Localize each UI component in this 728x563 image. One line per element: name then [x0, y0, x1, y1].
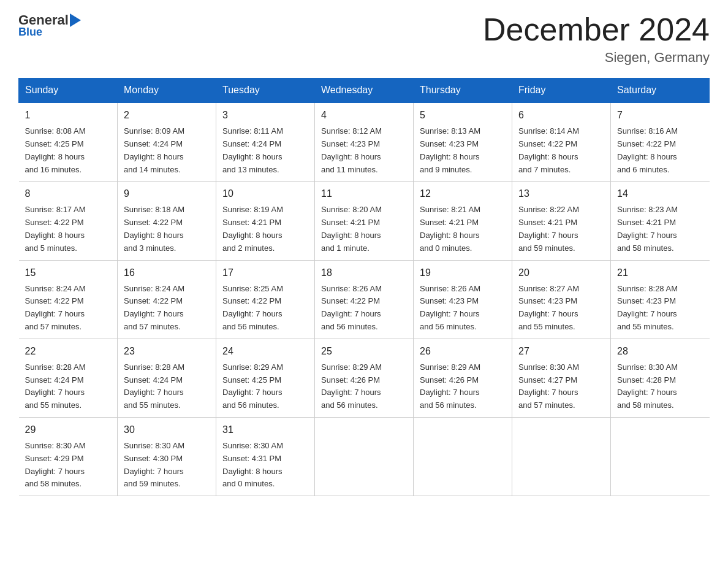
day-number: 3 [222, 108, 308, 123]
calendar-table: SundayMondayTuesdayWednesdayThursdayFrid… [18, 78, 710, 496]
day-number: 27 [518, 344, 604, 359]
day-info: Sunrise: 8:26 AM Sunset: 4:22 PM Dayligh… [321, 283, 407, 334]
day-number: 30 [124, 423, 210, 437]
page-header: General Blue December 2024 Siegen, Germa… [18, 12, 710, 66]
day-cell: 25Sunrise: 8:29 AM Sunset: 4:26 PM Dayli… [315, 339, 414, 417]
week-row-1: 1Sunrise: 8:08 AM Sunset: 4:25 PM Daylig… [19, 102, 710, 182]
day-number: 12 [420, 186, 506, 201]
day-info: Sunrise: 8:18 AM Sunset: 4:22 PM Dayligh… [124, 204, 210, 255]
day-info: Sunrise: 8:11 AM Sunset: 4:24 PM Dayligh… [222, 125, 308, 176]
day-number: 6 [518, 108, 604, 123]
header-cell-saturday: Saturday [611, 79, 710, 103]
day-number: 7 [617, 108, 703, 123]
day-cell: 10Sunrise: 8:19 AM Sunset: 4:21 PM Dayli… [216, 182, 315, 260]
day-number: 1 [25, 108, 112, 123]
day-number: 21 [617, 266, 703, 280]
day-number: 17 [222, 266, 308, 280]
week-row-5: 29Sunrise: 8:30 AM Sunset: 4:29 PM Dayli… [19, 417, 710, 496]
calendar-body: 1Sunrise: 8:08 AM Sunset: 4:25 PM Daylig… [19, 102, 710, 496]
day-cell: 16Sunrise: 8:24 AM Sunset: 4:22 PM Dayli… [118, 260, 216, 339]
day-cell: 12Sunrise: 8:21 AM Sunset: 4:21 PM Dayli… [414, 182, 512, 260]
day-info: Sunrise: 8:24 AM Sunset: 4:22 PM Dayligh… [25, 283, 112, 334]
day-number: 23 [124, 344, 210, 359]
day-number: 18 [321, 266, 407, 280]
day-info: Sunrise: 8:30 AM Sunset: 4:30 PM Dayligh… [124, 440, 210, 491]
day-cell [414, 417, 512, 496]
day-cell: 14Sunrise: 8:23 AM Sunset: 4:21 PM Dayli… [611, 182, 710, 260]
day-number: 2 [124, 108, 210, 123]
day-cell: 6Sunrise: 8:14 AM Sunset: 4:22 PM Daylig… [512, 102, 611, 182]
day-info: Sunrise: 8:20 AM Sunset: 4:21 PM Dayligh… [321, 204, 407, 255]
calendar-header: SundayMondayTuesdayWednesdayThursdayFrid… [19, 79, 710, 103]
day-number: 19 [420, 266, 506, 280]
day-number: 28 [617, 344, 703, 359]
day-info: Sunrise: 8:30 AM Sunset: 4:29 PM Dayligh… [25, 440, 112, 491]
day-info: Sunrise: 8:30 AM Sunset: 4:27 PM Dayligh… [518, 361, 604, 412]
header-cell-thursday: Thursday [414, 79, 512, 103]
day-cell: 22Sunrise: 8:28 AM Sunset: 4:24 PM Dayli… [19, 339, 118, 417]
day-info: Sunrise: 8:13 AM Sunset: 4:23 PM Dayligh… [420, 125, 506, 176]
header-cell-wednesday: Wednesday [315, 79, 414, 103]
day-cell: 4Sunrise: 8:12 AM Sunset: 4:23 PM Daylig… [315, 102, 414, 182]
day-cell [512, 417, 611, 496]
day-info: Sunrise: 8:08 AM Sunset: 4:25 PM Dayligh… [25, 125, 112, 176]
day-cell: 11Sunrise: 8:20 AM Sunset: 4:21 PM Dayli… [315, 182, 414, 260]
logo-blue-text: Blue [18, 26, 81, 39]
day-cell [315, 417, 414, 496]
title-area: December 2024 Siegen, Germany [483, 12, 710, 66]
day-number: 8 [25, 186, 112, 201]
day-number: 16 [124, 266, 210, 280]
day-number: 13 [518, 186, 604, 201]
day-number: 4 [321, 108, 407, 123]
day-info: Sunrise: 8:12 AM Sunset: 4:23 PM Dayligh… [321, 125, 407, 176]
day-number: 25 [321, 344, 407, 359]
day-cell: 13Sunrise: 8:22 AM Sunset: 4:21 PM Dayli… [512, 182, 611, 260]
day-cell: 28Sunrise: 8:30 AM Sunset: 4:28 PM Dayli… [611, 339, 710, 417]
week-row-3: 15Sunrise: 8:24 AM Sunset: 4:22 PM Dayli… [19, 260, 710, 339]
day-info: Sunrise: 8:30 AM Sunset: 4:28 PM Dayligh… [617, 361, 703, 412]
day-info: Sunrise: 8:29 AM Sunset: 4:26 PM Dayligh… [420, 361, 506, 412]
logo-arrow-icon [70, 13, 81, 27]
day-number: 31 [222, 423, 308, 437]
day-cell: 7Sunrise: 8:16 AM Sunset: 4:22 PM Daylig… [611, 102, 710, 182]
day-info: Sunrise: 8:25 AM Sunset: 4:22 PM Dayligh… [222, 283, 308, 334]
day-info: Sunrise: 8:28 AM Sunset: 4:23 PM Dayligh… [617, 283, 703, 334]
day-cell: 21Sunrise: 8:28 AM Sunset: 4:23 PM Dayli… [611, 260, 710, 339]
header-cell-sunday: Sunday [19, 79, 118, 103]
day-number: 15 [25, 266, 112, 280]
day-cell: 15Sunrise: 8:24 AM Sunset: 4:22 PM Dayli… [19, 260, 118, 339]
day-cell: 1Sunrise: 8:08 AM Sunset: 4:25 PM Daylig… [19, 102, 118, 182]
day-number: 20 [518, 266, 604, 280]
day-cell: 24Sunrise: 8:29 AM Sunset: 4:25 PM Dayli… [216, 339, 315, 417]
day-cell: 19Sunrise: 8:26 AM Sunset: 4:23 PM Dayli… [414, 260, 512, 339]
day-cell: 27Sunrise: 8:30 AM Sunset: 4:27 PM Dayli… [512, 339, 611, 417]
day-number: 5 [420, 108, 506, 123]
day-cell: 8Sunrise: 8:17 AM Sunset: 4:22 PM Daylig… [19, 182, 118, 260]
day-number: 11 [321, 186, 407, 201]
day-cell [611, 417, 710, 496]
day-info: Sunrise: 8:16 AM Sunset: 4:22 PM Dayligh… [617, 125, 703, 176]
day-info: Sunrise: 8:24 AM Sunset: 4:22 PM Dayligh… [124, 283, 210, 334]
day-info: Sunrise: 8:29 AM Sunset: 4:26 PM Dayligh… [321, 361, 407, 412]
day-cell: 30Sunrise: 8:30 AM Sunset: 4:30 PM Dayli… [118, 417, 216, 496]
day-info: Sunrise: 8:21 AM Sunset: 4:21 PM Dayligh… [420, 204, 506, 255]
day-cell: 31Sunrise: 8:30 AM Sunset: 4:31 PM Dayli… [216, 417, 315, 496]
day-info: Sunrise: 8:27 AM Sunset: 4:23 PM Dayligh… [518, 283, 604, 334]
day-info: Sunrise: 8:23 AM Sunset: 4:21 PM Dayligh… [617, 204, 703, 255]
day-number: 9 [124, 186, 210, 201]
day-info: Sunrise: 8:09 AM Sunset: 4:24 PM Dayligh… [124, 125, 210, 176]
day-info: Sunrise: 8:30 AM Sunset: 4:31 PM Dayligh… [222, 440, 308, 491]
header-cell-monday: Monday [118, 79, 216, 103]
day-info: Sunrise: 8:19 AM Sunset: 4:21 PM Dayligh… [222, 204, 308, 255]
day-info: Sunrise: 8:29 AM Sunset: 4:25 PM Dayligh… [222, 361, 308, 412]
day-cell: 3Sunrise: 8:11 AM Sunset: 4:24 PM Daylig… [216, 102, 315, 182]
day-number: 26 [420, 344, 506, 359]
day-number: 22 [25, 344, 112, 359]
day-info: Sunrise: 8:17 AM Sunset: 4:22 PM Dayligh… [25, 204, 112, 255]
day-cell: 26Sunrise: 8:29 AM Sunset: 4:26 PM Dayli… [414, 339, 512, 417]
day-cell: 2Sunrise: 8:09 AM Sunset: 4:24 PM Daylig… [118, 102, 216, 182]
main-title: December 2024 [483, 12, 710, 47]
day-cell: 9Sunrise: 8:18 AM Sunset: 4:22 PM Daylig… [118, 182, 216, 260]
header-row: SundayMondayTuesdayWednesdayThursdayFrid… [19, 79, 710, 103]
day-cell: 20Sunrise: 8:27 AM Sunset: 4:23 PM Dayli… [512, 260, 611, 339]
